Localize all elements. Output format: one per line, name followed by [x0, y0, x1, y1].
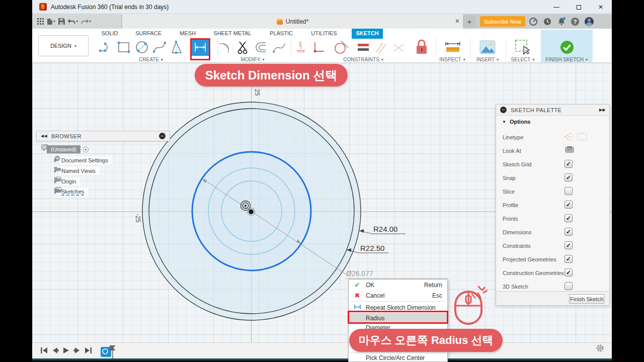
job-status-icon[interactable]	[529, 17, 537, 26]
finish-sketch-check-icon[interactable]	[558, 39, 576, 56]
line-arc-tool-icon[interactable]	[97, 39, 114, 56]
redo-button[interactable]: ▾	[81, 18, 91, 25]
title-bar: Autodesk Fusion 360 (Trial ends in 30 da…	[32, 0, 612, 14]
menu-item-ok[interactable]: ✔ OK Return	[349, 280, 447, 290]
maximize-button[interactable]	[568, 0, 590, 14]
tab-close-icon[interactable]: ✕	[453, 17, 462, 26]
component-icon	[41, 144, 47, 150]
palette-minimize-icon[interactable]: −	[500, 107, 507, 113]
dimension-label-r225[interactable]: R22.50	[360, 244, 384, 252]
points-checkbox[interactable]: ✓	[565, 214, 573, 222]
lock-icon[interactable]	[413, 39, 430, 56]
new-tab-button[interactable]: +	[463, 15, 476, 28]
caret-icon: ▾	[53, 19, 55, 24]
tree-row-sketches[interactable]: Sketches	[54, 187, 88, 197]
create-group-label[interactable]: CREATE▾	[139, 57, 163, 62]
modify-group-label[interactable]: MODIFY▾	[241, 57, 265, 62]
activate-radio[interactable]	[83, 147, 89, 152]
file-menu-button[interactable]: ▾	[47, 18, 55, 25]
notifications-bell-icon[interactable]	[557, 17, 566, 26]
3d-sketch-checkbox[interactable]	[565, 282, 573, 290]
insert-image-icon[interactable]	[479, 39, 496, 56]
help-icon[interactable]: ?	[571, 18, 579, 26]
tab-surface[interactable]: SURFACE	[135, 29, 162, 37]
tree-row-unsaved[interactable]: (Unsaved)	[41, 144, 89, 154]
ribbon-separator	[291, 38, 291, 57]
constraints-checkbox[interactable]: ✓	[565, 241, 573, 249]
parallel-constraint-icon[interactable]	[372, 39, 389, 56]
midpoint-constraint-icon[interactable]	[390, 39, 407, 56]
fillet-tool-icon[interactable]	[216, 39, 233, 56]
spline-tool-icon[interactable]	[151, 39, 168, 56]
subscribe-now-button[interactable]: Subscribe Now	[480, 16, 525, 27]
snap-checkbox[interactable]: ✓	[565, 173, 573, 182]
dimension-label-r24[interactable]: R24.00	[373, 225, 397, 233]
trim-tool-icon[interactable]	[234, 39, 252, 56]
timeline-step-back-button[interactable]	[51, 347, 59, 356]
select-group-label[interactable]: SELECT▾	[511, 57, 535, 62]
browser-minimize-icon[interactable]: −	[159, 133, 166, 139]
construction-linetype-icon[interactable]	[563, 132, 574, 144]
menu-item-cancel[interactable]: ✖ Cancel Esc	[349, 290, 447, 301]
collapse-panel-icon[interactable]: ◀◀	[41, 134, 47, 138]
undo-button[interactable]: ▾	[68, 18, 78, 25]
select-tool-icon[interactable]	[514, 39, 531, 56]
tree-row-document-settings[interactable]: Document Settings	[54, 155, 112, 165]
fix-constraint-icon[interactable]	[292, 39, 309, 56]
ok-check-icon: ✔	[353, 281, 361, 289]
insert-group-label[interactable]: INSERT▾	[476, 57, 499, 62]
caret-icon: ▾	[89, 19, 91, 24]
tab-mesh[interactable]: MESH	[180, 29, 196, 37]
dimensions-checkbox[interactable]: ✓	[565, 228, 573, 236]
tab-plastic[interactable]: PLASTIC	[270, 29, 293, 37]
look-at-icon[interactable]	[565, 146, 574, 155]
minimize-button[interactable]: —	[545, 0, 568, 14]
circle-tool-icon[interactable]	[133, 39, 150, 56]
settings-gear-icon[interactable]	[596, 344, 604, 354]
perpendicular-constraint-icon[interactable]	[310, 39, 328, 56]
options-section-header[interactable]: ▼ Options	[496, 116, 609, 128]
tab-solid[interactable]: SOLID	[101, 29, 118, 37]
sketch-palette-header[interactable]: − SKETCH PALETTE ▶▶	[496, 105, 609, 116]
origin-point[interactable]	[249, 210, 254, 214]
dimension-label-diameter[interactable]: Ø26.077	[346, 269, 373, 278]
polygon-tool-icon[interactable]	[169, 39, 186, 56]
document-tab[interactable]: Untitled*	[122, 14, 463, 29]
history-clock-icon[interactable]	[543, 17, 551, 26]
save-button[interactable]	[58, 18, 65, 25]
user-avatar[interactable]	[585, 17, 594, 26]
menu-item-pick-circle-arc-center[interactable]: Pick Circle/Arc Center	[349, 353, 447, 362]
projected-geometries-checkbox[interactable]: ✓	[565, 255, 573, 263]
tangent-constraint-icon[interactable]	[333, 39, 350, 56]
app-grid-icon[interactable]	[37, 18, 44, 25]
offset-tool-icon[interactable]	[253, 39, 270, 56]
palette-collapse-icon[interactable]: ▶▶	[599, 108, 606, 112]
constraints-group-label[interactable]: CONSTRAINTS▾	[343, 57, 383, 62]
tree-row-origin[interactable]: Origin	[54, 176, 80, 187]
slice-checkbox[interactable]	[565, 187, 573, 195]
curve-tool-icon[interactable]	[271, 39, 288, 56]
workspace-selector[interactable]: DESIGN ▾	[38, 35, 89, 56]
timeline-play-button[interactable]	[62, 347, 70, 356]
timeline-go-start-button[interactable]	[40, 347, 48, 356]
construction-geometries-checkbox[interactable]: ✓	[565, 268, 573, 277]
profile-checkbox[interactable]: ✓	[565, 201, 573, 209]
browser-header[interactable]: ◀◀ BROWSER −	[36, 131, 170, 141]
close-button[interactable]: ✕	[590, 0, 612, 14]
palette-row-snap: Snap	[503, 174, 516, 182]
rectangle-tool-icon[interactable]	[115, 39, 132, 56]
timeline-step-forward-button[interactable]	[73, 347, 81, 356]
inspect-group-label[interactable]: INSPECT▾	[439, 57, 465, 62]
inspect-measure-icon[interactable]	[444, 39, 461, 56]
tab-sheet-metal[interactable]: SHEET METAL	[213, 29, 251, 37]
tab-utilities[interactable]: UTILITIES	[311, 29, 337, 37]
equal-constraint-icon[interactable]	[355, 39, 372, 56]
centerline-linetype-icon[interactable]	[577, 132, 588, 143]
tab-sketch-active[interactable]: SKETCH	[352, 29, 383, 37]
tree-row-named-views[interactable]: Named Views	[54, 166, 100, 176]
sketch-grid-checkbox[interactable]: ✓	[565, 160, 573, 168]
ribbon-separator	[436, 38, 436, 57]
finish-sketch-button[interactable]: Finish Sketch	[569, 294, 604, 304]
finish-sketch-label[interactable]: FINISH SKETCH▾	[545, 57, 588, 62]
timeline-go-end-button[interactable]	[85, 347, 92, 356]
